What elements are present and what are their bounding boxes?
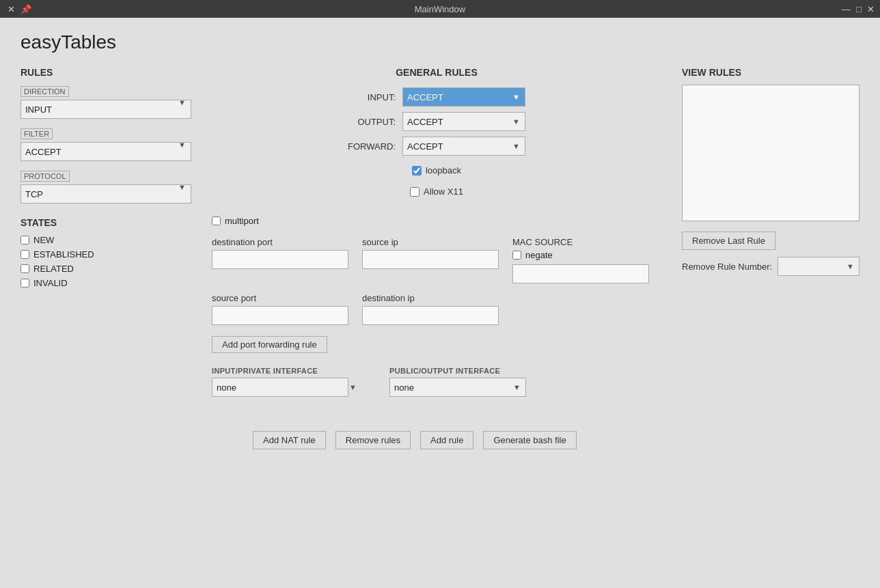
titlebar: ✕ 📌 MainWindow — □ ✕: [0, 0, 880, 18]
state-related-checkbox[interactable]: [20, 264, 29, 273]
forward-rule-label: FORWARD:: [348, 141, 396, 152]
remove-rule-number-label: Remove Rule Number:: [682, 262, 772, 272]
forward-rule-row: FORWARD: ACCEPT DROP REJECT ▼: [348, 137, 525, 156]
close-icon[interactable]: ✕: [5, 3, 16, 14]
destination-port-input[interactable]: [212, 250, 348, 269]
state-related-label: RELATED: [33, 264, 74, 274]
input-rule-select[interactable]: ACCEPT DROP REJECT: [402, 87, 525, 107]
state-related-row: RELATED: [20, 264, 191, 274]
right-panel: VIEW RULES Remove Last Rule Remove Rule …: [682, 67, 860, 449]
maximize-button[interactable]: □: [856, 4, 862, 14]
output-rule-row: OUTPUT: ACCEPT DROP REJECT ▼: [348, 112, 525, 131]
state-established-checkbox[interactable]: [20, 250, 29, 259]
allowx11-label: Allow X11: [424, 186, 463, 197]
rules-section-title: RULES: [20, 67, 191, 78]
filter-select[interactable]: ACCEPT DROP REJECT: [20, 142, 191, 161]
direction-label: DIRECTION: [20, 86, 69, 97]
output-rule-label: OUTPUT:: [348, 117, 396, 127]
multiport-row: multiport: [212, 216, 661, 226]
loopback-row: loopback: [412, 165, 461, 176]
forward-rule-select-wrapper: ACCEPT DROP REJECT ▼: [402, 137, 525, 156]
mac-source-input[interactable]: [512, 264, 649, 283]
destination-ip-input[interactable]: [362, 306, 499, 325]
remove-rule-number-select[interactable]: [778, 257, 860, 276]
destination-port-group: destination port: [212, 237, 348, 283]
window-close-button[interactable]: ✕: [867, 4, 875, 14]
input-interface-select[interactable]: none: [212, 378, 348, 397]
input-rule-label: INPUT:: [348, 92, 396, 102]
add-nat-button[interactable]: Add NAT rule: [253, 431, 326, 449]
bottom-buttons: Add NAT rule Remove rules Add rule Gener…: [212, 431, 661, 449]
general-rules-section: GENERAL RULES INPUT: ACCEPT DROP REJECT …: [212, 67, 661, 202]
state-invalid-row: INVALID: [20, 278, 191, 288]
state-established-label: ESTABLISHED: [33, 249, 94, 260]
state-new-checkbox[interactable]: [20, 236, 29, 244]
source-ip-group: source ip: [362, 237, 499, 283]
output-interface-select[interactable]: none: [389, 378, 526, 397]
source-ip-input[interactable]: [362, 250, 499, 269]
source-port-input[interactable]: [212, 306, 348, 325]
states-title: STATES: [20, 217, 191, 228]
source-port-group: source port: [212, 293, 348, 325]
input-rule-select-wrapper: ACCEPT DROP REJECT ▼: [402, 87, 525, 107]
minimize-button[interactable]: —: [842, 4, 851, 14]
view-rules-title: VIEW RULES: [682, 67, 860, 78]
ports-grid: destination port source ip MAC SOURCE ne…: [212, 237, 661, 325]
protocol-wrapper: PROTOCOL TCP UDP ALL ▼: [20, 171, 191, 204]
multiport-checkbox[interactable]: [212, 216, 221, 225]
allowx11-checkbox[interactable]: [410, 187, 420, 197]
filter-label: FILTER: [20, 128, 53, 139]
remove-rules-button[interactable]: Remove rules: [335, 431, 411, 449]
destination-ip-group: destination ip: [362, 293, 499, 325]
multiport-label: multiport: [225, 216, 259, 226]
state-new-label: NEW: [33, 235, 54, 245]
input-interface-select-wrapper: none ▼: [212, 378, 362, 397]
center-panel: GENERAL RULES INPUT: ACCEPT DROP REJECT …: [212, 67, 661, 449]
source-port-label: source port: [212, 293, 348, 303]
generate-bash-button[interactable]: Generate bash file: [483, 431, 576, 449]
destination-port-label: destination port: [212, 237, 348, 247]
states-section: STATES NEW ESTABLISHED RELATED INVALID: [20, 217, 191, 288]
titlebar-controls: — □ ✕: [842, 4, 875, 14]
output-interface-label: PUBLIC/OUTPUT INTERFACE: [389, 367, 526, 375]
remove-rule-number-row: Remove Rule Number: ▼: [682, 257, 860, 276]
titlebar-left-icons: ✕ 📌: [5, 3, 31, 14]
protocol-label: PROTOCOL: [20, 171, 70, 182]
forward-rule-select[interactable]: ACCEPT DROP REJECT: [402, 137, 525, 156]
negate-label: negate: [525, 250, 553, 260]
destination-ip-label: destination ip: [362, 293, 499, 303]
protocol-select[interactable]: TCP UDP ALL: [20, 184, 191, 204]
output-interface-block: PUBLIC/OUTPUT INTERFACE none ▼: [389, 367, 526, 397]
remove-last-rule-button[interactable]: Remove Last Rule: [682, 232, 775, 250]
pin-icon[interactable]: 📌: [20, 3, 31, 14]
negate-checkbox[interactable]: [512, 251, 521, 260]
left-panel: RULES DIRECTION INPUT OUTPUT FORWARD ▼ F…: [20, 67, 191, 449]
output-rule-select[interactable]: ACCEPT DROP REJECT: [402, 112, 525, 131]
layout: RULES DIRECTION INPUT OUTPUT FORWARD ▼ F…: [20, 67, 860, 449]
add-rule-button[interactable]: Add rule: [420, 431, 473, 449]
direction-wrapper: DIRECTION INPUT OUTPUT FORWARD ▼: [20, 86, 191, 119]
input-rule-row: INPUT: ACCEPT DROP REJECT ▼: [348, 87, 525, 107]
source-ip-label: source ip: [362, 237, 499, 247]
add-port-forwarding-button[interactable]: Add port forwarding rule: [212, 336, 327, 353]
output-rule-select-wrapper: ACCEPT DROP REJECT ▼: [402, 112, 525, 131]
general-rules-title: GENERAL RULES: [212, 67, 661, 78]
state-new-row: NEW: [20, 235, 191, 245]
state-invalid-label: INVALID: [33, 278, 68, 288]
loopback-label: loopback: [426, 165, 461, 176]
input-interface-arrow-icon: ▼: [349, 383, 357, 391]
input-interface-label: INPUT/PRIVATE INTERFACE: [212, 367, 362, 375]
main-content: easyTables RULES DIRECTION INPUT OUTPUT …: [0, 18, 880, 588]
titlebar-title: MainWindow: [415, 4, 465, 14]
port-forwarding-btn-wrapper: Add port forwarding rule: [212, 336, 661, 353]
view-rules-textarea[interactable]: [682, 85, 860, 221]
direction-select[interactable]: INPUT OUTPUT FORWARD: [20, 100, 191, 119]
mac-source-title: MAC SOURCE: [512, 237, 661, 247]
input-interface-block: INPUT/PRIVATE INTERFACE none ▼: [212, 367, 362, 397]
state-invalid-checkbox[interactable]: [20, 279, 29, 288]
loopback-checkbox[interactable]: [412, 166, 422, 176]
filter-wrapper: FILTER ACCEPT DROP REJECT ▼: [20, 128, 191, 161]
allowx11-row: Allow X11: [410, 186, 463, 197]
general-rules-grid: INPUT: ACCEPT DROP REJECT ▼ OUTPUT:: [212, 87, 661, 156]
mac-source-group: MAC SOURCE negate: [512, 237, 661, 283]
